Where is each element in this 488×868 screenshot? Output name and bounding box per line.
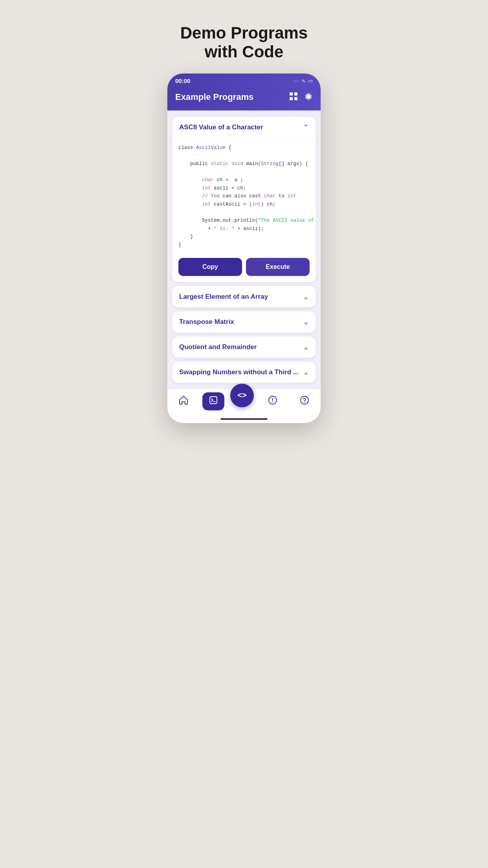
nav-center-code[interactable]: <> [230, 384, 254, 407]
code-brackets-icon: <> [237, 391, 246, 400]
card-ascii: ASCII Value of a Character ⌃ class Ascii… [172, 117, 316, 282]
card-ascii-header[interactable]: ASCII Value of a Character ⌃ [172, 117, 316, 138]
page-wrapper: Demo Programs with Code 00:00 ···· ∿ ▭ E… [163, 8, 325, 423]
card-largest-header[interactable]: Largest Element of an Array ⌄ [172, 286, 316, 307]
chevron-up-icon: ⌃ [303, 123, 309, 132]
nav-alert[interactable] [260, 393, 286, 410]
phone-frame: 00:00 ···· ∿ ▭ Example Programs [167, 74, 321, 423]
home-icon [178, 395, 189, 408]
status-time: 00:00 [175, 77, 190, 84]
battery-icon: ▭ [308, 78, 313, 84]
header-icons [289, 92, 313, 103]
svg-point-10 [272, 401, 273, 402]
help-icon [299, 395, 310, 408]
chevron-down-icon-2: ⌄ [303, 318, 309, 326]
signal-icon: ···· [294, 78, 299, 84]
card-quotient: Quotient and Remainder ⌄ [172, 337, 316, 358]
app-header-title: Example Programs [175, 92, 253, 102]
card-quotient-header[interactable]: Quotient and Remainder ⌄ [172, 337, 316, 358]
card-largest-title: Largest Element of an Array [179, 293, 268, 301]
grid-icon[interactable] [289, 92, 298, 103]
status-bar: 00:00 ···· ∿ ▭ [167, 74, 321, 87]
status-icons: ···· ∿ ▭ [294, 78, 313, 84]
chevron-down-icon-4: ⌄ [303, 368, 309, 377]
card-quotient-title: Quotient and Remainder [179, 343, 257, 351]
execute-button[interactable]: Execute [246, 258, 310, 276]
code-block-ascii: class AsciiValue { public static void ma… [172, 138, 316, 252]
app-header: Example Programs [167, 87, 321, 110]
svg-rect-2 [290, 97, 293, 100]
card-ascii-actions: Copy Execute [172, 252, 316, 282]
svg-rect-3 [294, 97, 297, 100]
svg-rect-1 [294, 92, 297, 96]
copy-button[interactable]: Copy [178, 258, 242, 276]
nav-programs[interactable] [202, 392, 224, 410]
page-title: Demo Programs with Code [180, 24, 308, 62]
card-transpose: Transpose Matrix ⌄ [172, 311, 316, 333]
nav-help[interactable] [292, 393, 317, 410]
content-area: ASCII Value of a Character ⌃ class Ascii… [167, 110, 321, 389]
svg-point-12 [304, 402, 305, 403]
home-bar [167, 418, 321, 423]
card-transpose-header[interactable]: Transpose Matrix ⌄ [172, 311, 316, 333]
wifi-icon: ∿ [301, 78, 306, 84]
card-swapping: Swapping Numbers without a Third ... ⌄ [172, 362, 316, 383]
card-ascii-title: ASCII Value of a Character [179, 123, 263, 131]
card-transpose-title: Transpose Matrix [179, 318, 234, 326]
card-largest: Largest Element of an Array ⌄ [172, 286, 316, 307]
alert-icon [268, 395, 278, 408]
settings-icon[interactable] [304, 92, 313, 103]
nav-home[interactable] [171, 393, 196, 410]
home-bar-line [220, 418, 268, 420]
bottom-nav: <> [167, 389, 321, 418]
chevron-down-icon-3: ⌄ [303, 343, 309, 351]
chevron-down-icon-1: ⌄ [303, 292, 309, 301]
svg-point-11 [301, 396, 308, 404]
programs-icon [209, 395, 218, 407]
card-swapping-title: Swapping Numbers without a Third ... [179, 368, 299, 376]
svg-rect-0 [290, 92, 293, 96]
card-swapping-header[interactable]: Swapping Numbers without a Third ... ⌄ [172, 362, 316, 383]
